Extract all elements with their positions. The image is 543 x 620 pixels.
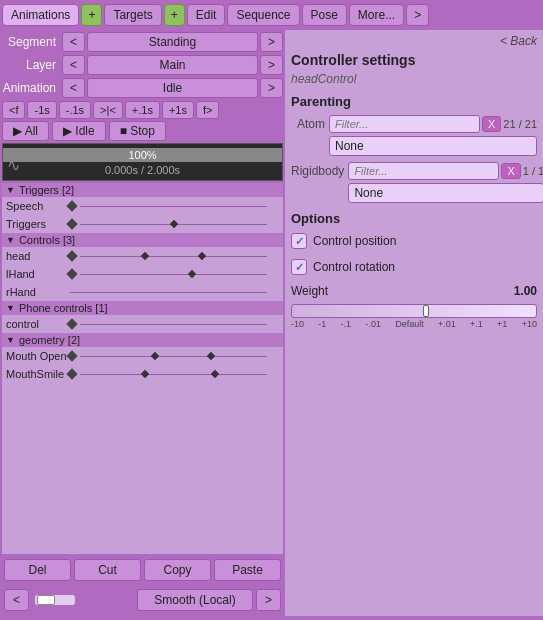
weight-tick: -.1 — [341, 319, 352, 329]
segment-label: Segment — [2, 35, 60, 49]
tab-targets-plus[interactable]: + — [164, 4, 185, 26]
track-row[interactable]: Speech — [2, 197, 283, 215]
transport-frameback-btn[interactable]: <f — [2, 101, 25, 119]
track-diamond-icon — [66, 368, 77, 379]
transport-p1sback-btn[interactable]: -.1s — [59, 101, 91, 119]
atom-filter-row: X 21 / 21 — [329, 115, 537, 133]
track-name: control — [6, 318, 66, 330]
option-control-position: Control position — [291, 230, 537, 252]
main-layout: Segment < Standing > Layer < Main > Anim… — [0, 30, 543, 616]
cut-btn[interactable]: Cut — [74, 559, 141, 581]
curve-next-btn[interactable]: > — [256, 589, 281, 611]
parenting-label: Parenting — [291, 94, 537, 109]
track-row[interactable]: head — [2, 247, 283, 265]
track-line — [80, 356, 267, 357]
control-position-label: Control position — [313, 234, 396, 248]
track-area[interactable]: ▼ Triggers [2]SpeechTriggers▼ Controls [… — [2, 183, 283, 554]
bottom-buttons: Del Cut Copy Paste — [2, 556, 283, 584]
track-row[interactable]: control — [2, 315, 283, 333]
track-diamond-icon — [66, 350, 77, 361]
rigidbody-filter-count: 1 / 1 — [523, 165, 543, 177]
stop-btn[interactable]: ■ Stop — [109, 121, 166, 141]
atom-filter-input[interactable] — [329, 115, 480, 133]
weight-slider[interactable] — [291, 304, 537, 318]
tab-pose[interactable]: Pose — [302, 4, 347, 26]
track-name: Speech — [6, 200, 66, 212]
curve-slider-thumb — [37, 595, 55, 605]
curve-row: < Smooth (Local) > — [2, 586, 283, 614]
track-section-controls[interactable]: ▼ Controls [3] — [2, 233, 283, 247]
track-row[interactable]: Triggers — [2, 215, 283, 233]
weight-slider-wrap: -10-1-.1-.01Default+.01+.1+1+10 — [291, 304, 537, 329]
triangle-icon: ▼ — [6, 185, 15, 195]
track-dot-icon — [207, 351, 215, 359]
rigidbody-filter-input[interactable] — [348, 162, 499, 180]
transport-framefwd-btn[interactable]: f> — [196, 101, 219, 119]
back-link[interactable]: < Back — [291, 34, 537, 48]
transport-1sfwd-btn[interactable]: +1s — [162, 101, 194, 119]
timeline-area[interactable]: ∿ 100% 0.000s / 2.000s — [2, 143, 283, 181]
track-row[interactable]: Mouth Open — [2, 347, 283, 365]
segment-prev-btn[interactable]: < — [62, 32, 85, 52]
track-section-geometry[interactable]: ▼ geometry [2] — [2, 333, 283, 347]
tab-sequence[interactable]: Sequence — [227, 4, 299, 26]
atom-filter-clear-btn[interactable]: X — [482, 116, 501, 132]
track-name: MouthSmile — [6, 368, 66, 380]
del-btn[interactable]: Del — [4, 559, 71, 581]
segment-next-btn[interactable]: > — [260, 32, 283, 52]
control-position-checkbox[interactable] — [291, 233, 307, 249]
curve-prev-btn[interactable]: < — [4, 589, 29, 611]
track-section-triggers[interactable]: ▼ Triggers [2] — [2, 183, 283, 197]
layer-value: Main — [87, 55, 258, 75]
tab-next-arrow[interactable]: > — [406, 4, 429, 26]
transport-p1sfwd-btn[interactable]: +.1s — [125, 101, 160, 119]
tab-edit[interactable]: Edit — [187, 4, 226, 26]
playback-row: ▶ All ▶ Idle ■ Stop — [2, 121, 283, 141]
animation-prev-btn[interactable]: < — [62, 78, 85, 98]
animation-next-btn[interactable]: > — [260, 78, 283, 98]
curve-value[interactable]: Smooth (Local) — [137, 589, 253, 611]
control-rotation-checkbox[interactable] — [291, 259, 307, 275]
section-title: Controller settings — [291, 52, 537, 68]
track-line — [80, 224, 267, 225]
timeline-time: 0.000s / 2.000s — [105, 164, 180, 176]
curve-slider[interactable] — [35, 595, 75, 605]
tab-more[interactable]: More... — [349, 4, 404, 26]
track-row[interactable]: rHand — [2, 283, 283, 301]
triangle-icon: ▼ — [6, 235, 15, 245]
atom-value[interactable]: None — [329, 136, 537, 156]
weight-label: Weight — [291, 284, 510, 298]
tab-targets[interactable]: Targets — [104, 4, 161, 26]
track-dot-icon — [169, 219, 177, 227]
transport-center-btn[interactable]: >|< — [93, 101, 123, 119]
layer-next-btn[interactable]: > — [260, 55, 283, 75]
weight-tick: -1 — [318, 319, 326, 329]
track-row[interactable]: lHand — [2, 265, 283, 283]
track-dot-icon — [197, 251, 205, 259]
triangle-icon: ▼ — [6, 303, 15, 313]
transport-row: <f -1s -.1s >|< +.1s +1s f> — [2, 101, 283, 119]
paste-btn[interactable]: Paste — [214, 559, 281, 581]
play-idle-btn[interactable]: ▶ Idle — [52, 121, 106, 141]
track-diamond-icon — [66, 318, 77, 329]
options-label: Options — [291, 211, 537, 226]
copy-btn[interactable]: Copy — [144, 559, 211, 581]
track-section-phone-controls[interactable]: ▼ Phone controls [1] — [2, 301, 283, 315]
weight-value: 1.00 — [514, 284, 537, 298]
track-dot-icon — [151, 351, 159, 359]
transport-1sback-btn[interactable]: -1s — [27, 101, 56, 119]
track-row[interactable]: MouthSmile — [2, 365, 283, 383]
tab-animations[interactable]: Animations — [2, 4, 79, 26]
track-diamond-icon — [66, 250, 77, 261]
weight-slider-thumb — [423, 305, 429, 317]
track-name: lHand — [6, 268, 66, 280]
layer-prev-btn[interactable]: < — [62, 55, 85, 75]
track-line — [80, 206, 267, 207]
track-line — [80, 274, 267, 275]
weight-row: Weight 1.00 — [291, 284, 537, 298]
weight-tick: +10 — [522, 319, 537, 329]
rigidbody-value[interactable]: None — [348, 183, 543, 203]
tab-animations-plus[interactable]: + — [81, 4, 102, 26]
rigidbody-filter-clear-btn[interactable]: X — [501, 163, 520, 179]
play-all-btn[interactable]: ▶ All — [2, 121, 49, 141]
